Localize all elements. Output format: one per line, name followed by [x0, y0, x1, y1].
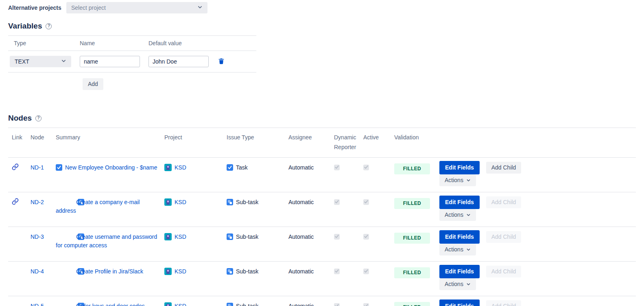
node-id-link[interactable]: ND-5: [31, 303, 44, 306]
column-header-validation: Validation: [394, 128, 439, 158]
column-header-issue-type: Issue Type: [227, 128, 288, 158]
project-link[interactable]: KSD: [175, 268, 186, 275]
node-id-link[interactable]: ND-2: [31, 199, 44, 205]
task-icon: [56, 164, 62, 171]
edit-fields-button[interactable]: Edit Fields: [439, 196, 480, 209]
link-icon[interactable]: [12, 165, 19, 172]
summary-link[interactable]: Order keys and door codes: [76, 303, 145, 306]
edit-fields-button[interactable]: Edit Fields: [439, 161, 480, 174]
trash-icon: [218, 60, 225, 66]
actions-button[interactable]: Actions: [439, 278, 476, 290]
chevron-down-icon: [61, 58, 66, 65]
table-row: ND-4 Create Profile in Jira/Slack KSD Su…: [8, 262, 636, 296]
project-avatar-icon: [164, 164, 172, 171]
actions-button[interactable]: Actions: [439, 209, 476, 221]
validation-badge: FILLED: [394, 198, 430, 209]
validation-badge: FILLED: [394, 267, 430, 278]
chevron-down-icon: [197, 4, 203, 11]
delete-variable-button[interactable]: [217, 57, 225, 67]
project-link[interactable]: KSD: [175, 164, 186, 171]
edit-fields-button[interactable]: Edit Fields: [439, 265, 480, 278]
column-header-summary: Summary: [56, 128, 164, 158]
table-row: ND-2 Create a company e-mail address KSD…: [8, 192, 636, 227]
column-header-assignee: Assignee: [288, 128, 334, 158]
nodes-table: Link Node Summary Project Issue Type Ass…: [8, 128, 636, 306]
add-child-button: Add Child: [486, 300, 522, 306]
node-id-link[interactable]: ND-3: [31, 233, 44, 240]
node-id-link[interactable]: ND-4: [31, 268, 44, 275]
edit-fields-button[interactable]: Edit Fields: [439, 230, 480, 244]
help-icon[interactable]: ?: [46, 23, 52, 29]
column-header-project: Project: [164, 128, 227, 158]
add-child-button: Add Child: [486, 231, 522, 243]
validation-badge: FILLED: [394, 302, 430, 306]
project-link[interactable]: KSD: [175, 199, 186, 205]
subtask-icon: [67, 233, 73, 240]
summary-link[interactable]: New Employee Onboarding - $name: [65, 164, 157, 171]
project-link[interactable]: KSD: [175, 233, 186, 240]
issue-type-label: Sub-task: [236, 233, 258, 240]
variable-type-value: TEXT: [15, 58, 29, 65]
summary-link[interactable]: Create Profile in Jira/Slack: [76, 268, 143, 275]
project-avatar-icon: [164, 302, 172, 306]
column-header-default-value: Default value: [148, 40, 209, 46]
subtask-icon: [67, 303, 73, 306]
variable-default-value-input[interactable]: [148, 56, 209, 67]
table-row: ND-3 Create username and password for co…: [8, 227, 636, 262]
edit-fields-button[interactable]: Edit Fields: [439, 299, 480, 306]
link-icon[interactable]: [12, 200, 19, 206]
project-avatar-icon: [164, 233, 172, 240]
chevron-down-icon: [463, 177, 471, 183]
chevron-down-icon: [463, 246, 471, 253]
subtask-icon: [67, 199, 73, 205]
column-header-link: Link: [8, 128, 31, 158]
add-variable-button[interactable]: Add: [83, 78, 103, 90]
variable-name-input[interactable]: [80, 56, 140, 67]
assignee-label: Automatic: [288, 164, 314, 171]
subtask-icon: [227, 303, 233, 306]
active-checkbox: [363, 234, 369, 240]
assignee-label: Automatic: [288, 233, 314, 240]
subtask-icon: [227, 268, 233, 275]
table-row: ND-1 New Employee Onboarding - $name KSD…: [8, 158, 636, 192]
add-child-button[interactable]: Add Child: [486, 162, 522, 174]
variables-title: Variables ?: [8, 22, 636, 31]
assignee-label: Automatic: [288, 199, 314, 205]
nodes-title: Nodes ?: [8, 114, 636, 123]
subtask-icon: [227, 233, 233, 240]
variable-type-select[interactable]: TEXT: [10, 56, 71, 67]
project-avatar-icon: [164, 268, 172, 275]
issue-type-label: Sub-task: [236, 303, 258, 306]
table-row: ND-5 Order keys and door codes KSD Sub-t…: [8, 296, 636, 306]
add-child-button: Add Child: [486, 196, 522, 208]
actions-button[interactable]: Actions: [439, 244, 476, 255]
validation-badge: FILLED: [394, 233, 430, 244]
dynamic-reporter-checkbox: [334, 269, 340, 274]
subtask-icon: [67, 268, 73, 275]
variable-row: TEXT: [8, 51, 256, 73]
project-link[interactable]: KSD: [175, 303, 186, 306]
column-header-node: Node: [31, 128, 56, 158]
column-header-dynamic-reporter: Dynamic Reporter: [334, 128, 363, 158]
active-checkbox: [363, 303, 369, 306]
project-avatar-icon: [164, 198, 172, 206]
column-header-type: Type: [8, 40, 80, 46]
chevron-down-icon: [463, 211, 471, 218]
alternative-projects-label: Alternative projects: [8, 4, 66, 11]
column-header-active: Active: [363, 128, 394, 158]
node-id-link[interactable]: ND-1: [31, 164, 44, 171]
active-checkbox: [363, 269, 369, 274]
active-checkbox: [363, 199, 369, 205]
alternative-projects-field: Alternative projects Select project: [8, 2, 636, 13]
task-icon: [227, 164, 233, 171]
issue-type-label: Sub-task: [236, 268, 258, 275]
chevron-down-icon: [463, 281, 471, 287]
help-icon[interactable]: ?: [35, 115, 41, 121]
dynamic-reporter-checkbox: [334, 199, 340, 205]
issue-type-label: Task: [236, 164, 248, 171]
active-checkbox: [363, 165, 369, 170]
add-child-button: Add Child: [486, 266, 522, 277]
actions-button[interactable]: Actions: [439, 174, 476, 186]
alternative-projects-select[interactable]: Select project: [66, 2, 207, 13]
subtask-icon: [227, 199, 233, 205]
